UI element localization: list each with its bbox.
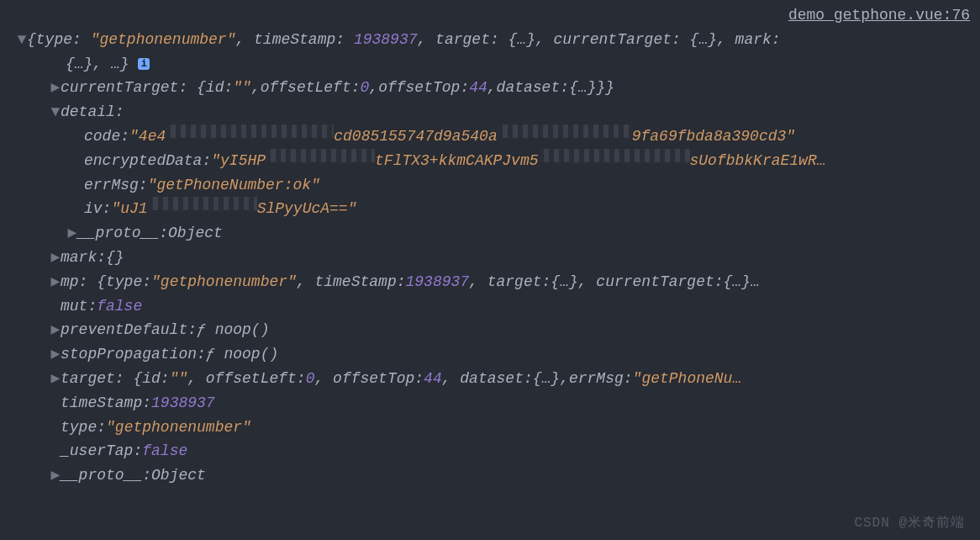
brace-open: {type: <box>27 31 91 48</box>
prop-key: __proto__ <box>61 463 142 488</box>
property-mut[interactable]: ▶ mut: false <box>0 294 980 319</box>
source-file: demo_getphone.vue <box>788 7 943 24</box>
property-mp[interactable]: ▶ mp: {type: "getphonenumber", timeStamp… <box>0 270 980 294</box>
collapse-arrow-icon[interactable]: ▶ <box>50 463 61 488</box>
redacted-pixels <box>539 149 690 162</box>
redacted-pixels <box>498 124 632 138</box>
prop-key: mp <box>61 270 79 294</box>
collapse-arrow-icon[interactable]: ▶ <box>50 342 61 367</box>
property-target[interactable]: ▶ target: {id: "", offsetLeft: 0, offset… <box>0 367 980 391</box>
prop-key: currentTarget <box>61 76 178 100</box>
collapse-arrow-icon[interactable]: ▶ <box>50 367 61 391</box>
prop-key: encryptedData <box>84 149 202 173</box>
collapse-arrow-icon[interactable]: ▶ <box>50 246 61 270</box>
redacted-pixels <box>148 197 257 210</box>
redacted-pixels <box>266 149 375 162</box>
collapse-arrow-icon[interactable]: ▶ <box>50 318 61 342</box>
prop-key: preventDefault <box>61 318 187 342</box>
source-location[interactable]: demo_getphone.vue:76 <box>0 0 980 28</box>
collapse-arrow-icon[interactable]: ▶ <box>50 270 61 294</box>
prop-key: detail <box>61 100 115 124</box>
property-mark[interactable]: ▶ mark: {} <box>0 246 980 270</box>
prop-key: code <box>84 124 120 149</box>
property-proto[interactable]: ▶ __proto__: Object <box>0 463 980 488</box>
collapse-arrow-icon[interactable]: ▶ <box>67 221 77 246</box>
property-detail[interactable]: ▼ detail: <box>0 100 980 124</box>
source-line: 76 <box>951 7 970 24</box>
redacted-pixels <box>166 124 334 138</box>
info-icon[interactable]: i <box>138 58 150 70</box>
summary-type-value: "getphonenumber" <box>91 31 236 48</box>
prop-key: type <box>61 416 97 440</box>
prop-key: mark <box>61 246 97 270</box>
property-stopPropagation[interactable]: ▶ stopPropagation: ƒ noop() <box>0 342 980 367</box>
prop-key: timeStamp <box>61 391 142 416</box>
watermark: CSDN @米奇前端 <box>854 513 965 535</box>
property-timeStamp[interactable]: ▶ timeStamp: 1938937 <box>0 391 980 416</box>
property-detail-code[interactable]: code: "4e4cd085155747d9a540a9fa69fbda8a3… <box>0 124 980 149</box>
prop-key: errMsg <box>84 173 139 198</box>
prop-key: target <box>61 367 115 391</box>
property-preventDefault[interactable]: ▶ preventDefault: ƒ noop() <box>0 318 980 342</box>
summary-ts-value: 1938937 <box>354 31 418 48</box>
property-detail-encryptedData[interactable]: encryptedData: "yI5HPtFlTX3+kkmCAKPJvm5s… <box>0 149 980 173</box>
object-summary-row[interactable]: ▼ {type: "getphonenumber", timeStamp: 19… <box>0 28 980 77</box>
expand-arrow-icon[interactable]: ▼ <box>17 28 27 52</box>
prop-key: mut <box>61 294 87 319</box>
prop-key: __proto__ <box>77 221 159 246</box>
property-currentTarget[interactable]: ▶ currentTarget: {id: "", offsetLeft: 0,… <box>0 76 980 100</box>
property-detail-errMsg[interactable]: errMsg: "getPhoneNumber:ok" <box>0 173 980 198</box>
expand-arrow-icon[interactable]: ▼ <box>50 100 61 124</box>
prop-key: iv <box>84 197 103 221</box>
collapse-arrow-icon[interactable]: ▶ <box>50 76 61 100</box>
property-detail-iv[interactable]: iv: "uJ1SlPyyUcA==" <box>0 197 980 221</box>
prop-key: stopPropagation <box>61 342 197 367</box>
property-type[interactable]: ▶ type: "getphonenumber" <box>0 416 980 440</box>
property-detail-proto[interactable]: ▶ __proto__: Object <box>0 221 980 246</box>
property-userTap[interactable]: ▶ _userTap: false <box>0 439 980 463</box>
prop-key: _userTap <box>61 439 133 463</box>
